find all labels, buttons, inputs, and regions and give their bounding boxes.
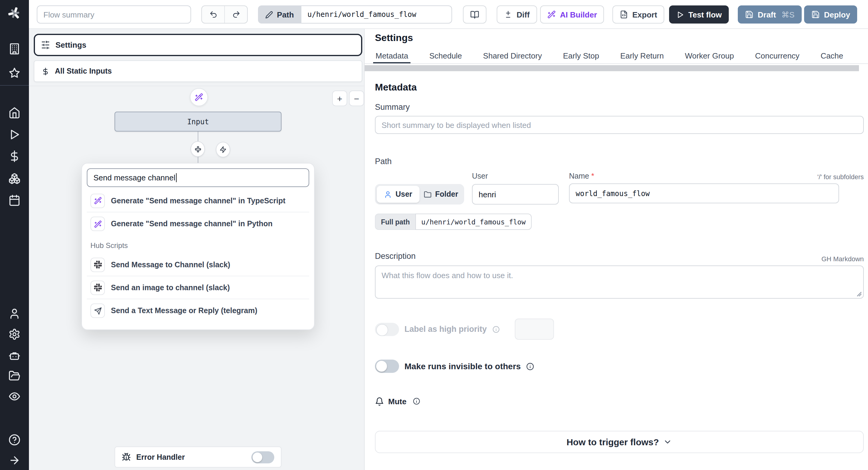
help-icon xyxy=(8,434,21,446)
invisible-runs-toggle[interactable] xyxy=(375,360,399,373)
boxes-icon xyxy=(8,173,21,185)
all-static-inputs-label: All Static Inputs xyxy=(55,67,112,76)
flow-path-group: Path xyxy=(258,5,452,24)
book-open-icon xyxy=(470,10,479,19)
full-path-row: Full path u/henri/world_famous_flow xyxy=(375,213,532,230)
undo-redo-group xyxy=(201,5,248,24)
tab-metadata[interactable]: Metadata xyxy=(373,48,410,63)
info-icon[interactable] xyxy=(492,325,499,333)
flow-settings-button[interactable]: Settings xyxy=(34,34,362,56)
building-icon xyxy=(8,43,21,55)
sidebar-item-audit[interactable] xyxy=(8,390,21,403)
tab-schedule[interactable]: Schedule xyxy=(427,48,464,63)
step-search-input[interactable]: Send message channel xyxy=(87,168,309,187)
tab-shared-directory[interactable]: Shared Directory xyxy=(481,48,544,63)
bug-icon xyxy=(122,452,131,462)
wand-icon xyxy=(90,194,105,208)
hub-script-item[interactable]: Send an image to channel (slack) xyxy=(87,276,309,299)
export-label: Export xyxy=(632,10,657,19)
gear-icon xyxy=(8,328,21,340)
add-step-button[interactable] xyxy=(190,141,205,157)
metadata-heading: Metadata xyxy=(375,82,417,93)
add-trigger-button[interactable] xyxy=(216,142,230,157)
tab-early-return[interactable]: Early Return xyxy=(618,48,666,63)
undo-button[interactable] xyxy=(202,6,225,23)
generate-typescript-item[interactable]: Generate "Send message channel" in TypeS… xyxy=(87,189,309,212)
eye-icon xyxy=(8,390,21,403)
hub-script-item[interactable]: Send Message to Channel (slack) xyxy=(87,254,309,276)
wand-icon xyxy=(547,10,556,19)
draft-button[interactable]: Draft ⌘S xyxy=(738,5,802,24)
info-icon[interactable] xyxy=(413,398,421,405)
summary-input[interactable] xyxy=(375,116,864,134)
sidebar-item-workspace[interactable] xyxy=(8,43,21,55)
owner-user-option[interactable]: User xyxy=(377,186,420,203)
test-flow-button[interactable]: Test flow xyxy=(669,5,729,24)
sidebar-item-schedules[interactable] xyxy=(8,194,21,206)
diff-button[interactable]: Diff xyxy=(497,5,537,24)
error-handler-node[interactable]: Error Handler xyxy=(115,446,281,468)
item-label: Send Message to Channel (slack) xyxy=(111,260,230,269)
telegram-icon xyxy=(90,303,105,318)
wand-icon xyxy=(90,216,105,231)
sidebar-item-workers[interactable] xyxy=(8,349,21,361)
sidebar-item-home[interactable] xyxy=(8,107,21,119)
sidebar-item-account[interactable] xyxy=(8,308,21,320)
description-field xyxy=(375,265,864,299)
name-field-label: Name * xyxy=(569,172,594,180)
info-icon[interactable] xyxy=(526,362,534,370)
arrow-right-icon xyxy=(8,454,21,466)
item-label: Generate "Send message channel" in TypeS… xyxy=(111,196,285,205)
how-to-trigger-label: How to trigger flows? xyxy=(567,437,659,447)
flow-summary-input[interactable] xyxy=(37,5,191,24)
generate-python-item[interactable]: Generate "Send message channel" in Pytho… xyxy=(87,212,309,235)
export-button[interactable]: Export xyxy=(613,5,664,24)
draft-shortcut: ⌘S xyxy=(781,10,795,19)
ai-flow-builder-button[interactable] xyxy=(190,88,208,106)
all-static-inputs-button[interactable]: All Static Inputs xyxy=(34,60,362,82)
deploy-button[interactable]: Deploy xyxy=(804,5,858,24)
tab-early-stop[interactable]: Early Stop xyxy=(561,48,601,63)
home-icon xyxy=(8,107,21,119)
path-badge-label: Path xyxy=(277,10,294,19)
flow-path-input[interactable] xyxy=(301,5,452,24)
sidebar-item-resources[interactable] xyxy=(8,173,21,185)
canvas-zoom-out-button[interactable]: − xyxy=(349,90,364,106)
tab-concurrency[interactable]: Concurrency xyxy=(752,48,802,63)
sidebar-item-variables[interactable] xyxy=(8,150,21,162)
error-handler-toggle[interactable] xyxy=(251,451,274,463)
high-priority-toggle[interactable] xyxy=(375,322,399,336)
tab-worker-group[interactable]: Worker Group xyxy=(682,48,736,63)
how-to-trigger-button[interactable]: How to trigger flows? xyxy=(375,431,864,453)
canvas-zoom-in-button[interactable]: + xyxy=(332,90,347,106)
sidebar-item-settings[interactable] xyxy=(8,328,21,340)
flow-input-node[interactable]: Input xyxy=(115,112,281,131)
hub-script-item[interactable]: Send a Text Message or Reply (telegram) xyxy=(87,299,309,322)
owner-folder-option[interactable]: Folder xyxy=(420,186,462,203)
tab-cache[interactable]: Cache xyxy=(818,48,846,63)
sidebar-item-help[interactable] xyxy=(8,434,21,446)
path-badge[interactable]: Path xyxy=(258,5,301,24)
plus-icon xyxy=(194,145,202,153)
description-textarea[interactable] xyxy=(375,265,864,299)
docs-button[interactable] xyxy=(463,5,487,24)
windmill-logo[interactable] xyxy=(6,5,23,22)
sidebar-expand-button[interactable] xyxy=(8,454,21,466)
mute-row: Mute xyxy=(375,394,421,408)
folder-icon xyxy=(424,190,432,198)
tabs-scrollbar[interactable] xyxy=(365,65,859,71)
pencil-icon xyxy=(266,10,273,19)
redo-button[interactable] xyxy=(225,6,247,23)
calendar-icon xyxy=(8,194,21,206)
sidebar-item-favorites[interactable] xyxy=(8,67,21,79)
full-path-value: u/henri/world_famous_flow xyxy=(415,213,532,230)
chevron-down-icon xyxy=(663,437,672,446)
save-icon xyxy=(811,10,820,19)
name-input[interactable] xyxy=(569,183,839,203)
flow-list-divider xyxy=(29,86,364,86)
user-input[interactable] xyxy=(472,184,559,205)
sidebar-item-folders[interactable] xyxy=(8,370,21,382)
text-cursor xyxy=(176,173,177,182)
ai-builder-button[interactable]: AI Builder xyxy=(540,5,604,24)
sidebar-item-runs[interactable] xyxy=(8,128,21,141)
